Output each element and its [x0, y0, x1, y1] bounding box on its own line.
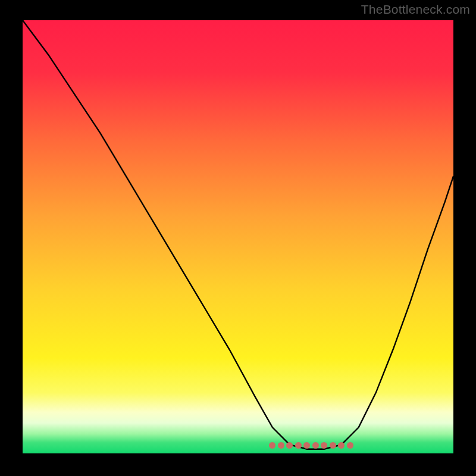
- marker-dot: [269, 442, 275, 449]
- marker-dots: [23, 20, 453, 453]
- marker-dot: [286, 442, 293, 449]
- marker-dot: [278, 442, 284, 449]
- marker-dot: [295, 442, 302, 449]
- watermark-text: TheBottleneck.com: [361, 2, 470, 17]
- plot-area: [23, 20, 453, 453]
- marker-dot: [338, 442, 345, 449]
- marker-dot: [321, 442, 327, 449]
- chart-container: TheBottleneck.com: [0, 0, 476, 476]
- marker-dot: [330, 442, 336, 449]
- marker-dot: [347, 442, 353, 449]
- marker-dot: [303, 442, 310, 449]
- marker-dot: [312, 442, 319, 449]
